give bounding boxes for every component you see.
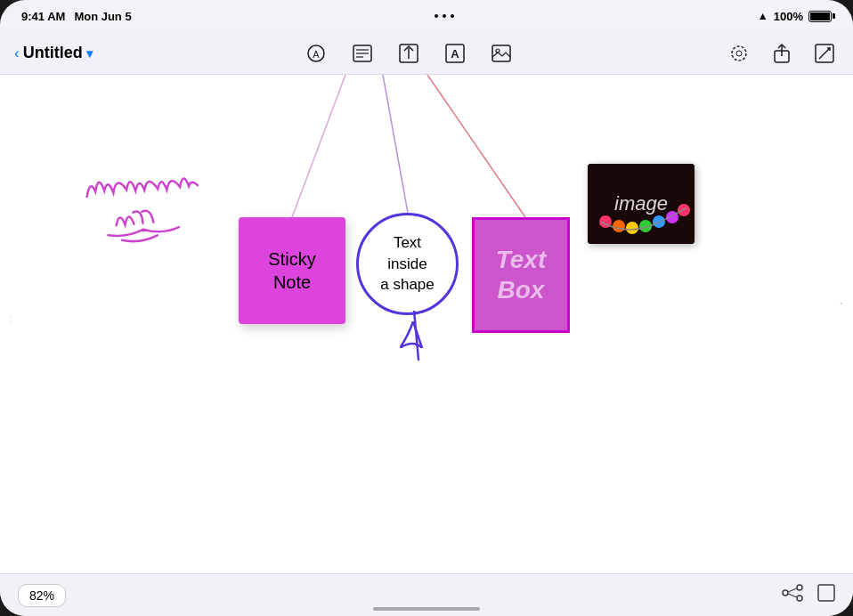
canvas[interactable]: StickyNote Textinsidea shape TextBox <box>0 75 853 573</box>
dot1 <box>435 14 438 18</box>
svg-line-15 <box>819 48 830 59</box>
toolbar: ‹ Untitled ▾ A <box>0 32 853 75</box>
toolbar-left: ‹ Untitled ▾ <box>14 44 93 62</box>
svg-point-29 <box>797 585 802 590</box>
dot2 <box>443 14 446 18</box>
text-tool-button[interactable]: A <box>441 39 469 68</box>
speech-bubble[interactable]: Textinsidea shape <box>356 213 459 328</box>
speech-bubble-text: Textinsidea shape <box>380 232 435 296</box>
svg-point-23 <box>626 222 638 234</box>
bottom-right-tools <box>782 584 835 606</box>
side-handle: : <box>9 314 12 324</box>
lasso-tool-button[interactable] <box>725 39 753 68</box>
insert-tool-button[interactable] <box>394 39 423 68</box>
pages-tool-button[interactable] <box>817 584 835 606</box>
svg-point-30 <box>797 596 802 601</box>
zoom-level[interactable]: 82% <box>18 584 66 607</box>
share-button[interactable] <box>768 39 796 68</box>
svg-line-32 <box>788 594 797 597</box>
image-label-text: image <box>614 192 668 215</box>
page-dot-right: • <box>840 299 842 307</box>
back-button[interactable]: ‹ <box>14 45 20 62</box>
svg-text:A: A <box>313 48 320 59</box>
dot3 <box>451 14 454 18</box>
document-title[interactable]: Untitled ▾ <box>23 44 93 62</box>
toolbar-right <box>725 39 839 68</box>
status-right: ▲ 100% <box>758 10 832 23</box>
svg-point-22 <box>613 220 625 232</box>
svg-point-11 <box>732 46 746 61</box>
svg-text:A: A <box>451 47 459 61</box>
svg-rect-33 <box>818 585 834 601</box>
date: Mon Jun 5 <box>74 10 131 23</box>
svg-line-18 <box>427 75 525 217</box>
text-box[interactable]: TextBox <box>472 217 570 333</box>
status-left: 9:41 AM Mon Jun 5 <box>21 10 132 23</box>
wifi-icon: ▲ <box>758 10 768 22</box>
status-dots <box>435 14 454 18</box>
edit-button[interactable] <box>810 39 839 68</box>
speech-bubble-inner: Textinsidea shape <box>356 213 459 315</box>
chevron-down-icon: ▾ <box>86 46 93 61</box>
time: 9:41 AM <box>21 10 65 23</box>
battery-fill <box>810 12 830 20</box>
note-tool-button[interactable] <box>348 39 377 68</box>
svg-point-28 <box>783 590 788 596</box>
toolbar-center: A <box>93 39 725 68</box>
svg-point-12 <box>736 51 742 56</box>
handwritten-text <box>76 157 245 278</box>
status-bar: 9:41 AM Mon Jun 5 ▲ 100% <box>0 0 853 32</box>
home-indicator <box>373 607 480 611</box>
sticky-note[interactable]: StickyNote <box>239 217 345 324</box>
svg-rect-9 <box>492 45 510 61</box>
battery-percent: 100% <box>774 10 803 23</box>
svg-line-31 <box>788 588 797 592</box>
ipad-frame: 9:41 AM Mon Jun 5 ▲ 100% ‹ Untitled ▾ <box>0 0 853 616</box>
speech-bubble-tail <box>400 321 426 348</box>
title-text: Untitled <box>23 44 83 62</box>
svg-line-16 <box>292 75 345 217</box>
svg-line-17 <box>383 75 408 213</box>
text-box-text: TextBox <box>496 245 547 304</box>
back-icon: ‹ <box>14 45 20 62</box>
diagram-tool-button[interactable] <box>782 584 803 606</box>
image-thumbnail[interactable]: image <box>588 164 695 244</box>
pen-tool-button[interactable]: A <box>302 39 330 68</box>
sticky-note-text: StickyNote <box>268 247 315 294</box>
battery-icon <box>808 11 832 22</box>
image-tool-button[interactable] <box>487 39 516 68</box>
